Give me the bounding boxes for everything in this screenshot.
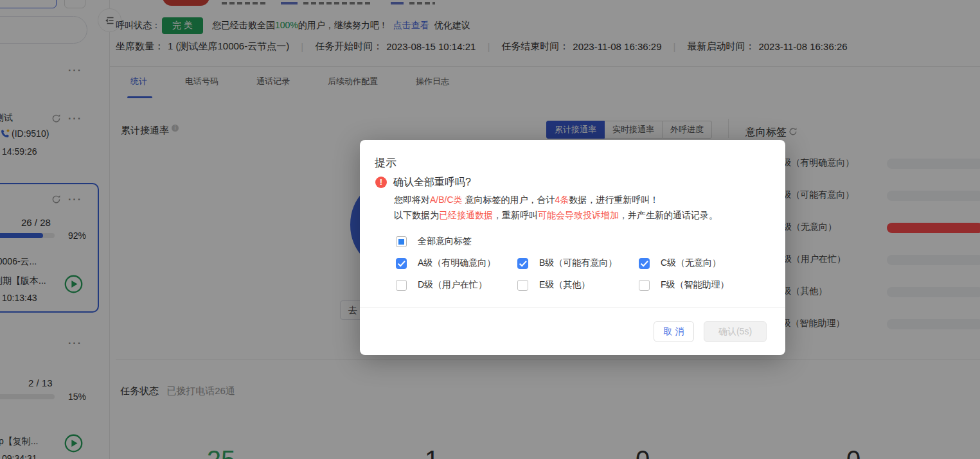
confirm-dialog: 提示 ! 确认全部重呼吗? 您即将对A/B/C类 意向标签的用户，合计4条数据，…	[360, 140, 785, 355]
checkbox-c-label: C级（无意向）	[661, 257, 721, 269]
checkbox-d-label: D级（用户在忙）	[418, 279, 487, 291]
checkbox-e-label: E级（其他）	[539, 279, 590, 291]
screen: 创建任务 ··· 测试 ··· (ID:9510) 14:59:26 ··· 2…	[0, 0, 980, 459]
dialog-line1: 您即将对A/B/C类 意向标签的用户，合计4条数据，进行重新呼叫！	[394, 195, 659, 206]
checkbox-indeterminate-icon[interactable]	[396, 236, 407, 247]
checkbox-e[interactable]: E级（其他）	[517, 279, 590, 291]
checkbox-b-label: B级（可能有意向）	[539, 257, 617, 269]
confirm-button[interactable]: 确认(5s)	[704, 321, 767, 342]
checkbox-a[interactable]: A级（有明确意向）	[396, 257, 495, 269]
checkbox-f[interactable]: F级（智能助理）	[639, 279, 729, 291]
checkbox-d[interactable]: D级（用户在忙）	[396, 279, 487, 291]
warning-icon: !	[375, 177, 387, 188]
checkbox-f-label: F级（智能助理）	[661, 279, 729, 291]
checkbox-unchecked-icon[interactable]	[639, 280, 650, 291]
dialog-footer-divider	[360, 307, 785, 308]
checkbox-unchecked-icon[interactable]	[517, 280, 528, 291]
checkbox-a-label: A级（有明确意向）	[418, 257, 495, 269]
dialog-title: 提示	[375, 155, 396, 170]
cancel-button[interactable]: 取 消	[654, 321, 694, 342]
checkbox-checked-icon[interactable]	[396, 258, 407, 269]
dialog-question: 确认全部重呼吗?	[393, 176, 471, 189]
checkbox-checked-icon[interactable]	[639, 258, 650, 269]
checkbox-b[interactable]: B级（可能有意向）	[517, 257, 617, 269]
checkbox-checked-icon[interactable]	[517, 258, 528, 269]
checkbox-all-label: 全部意向标签	[418, 236, 472, 247]
checkbox-all[interactable]: 全部意向标签	[396, 236, 472, 247]
dialog-line2: 以下数据为已经接通数据，重新呼叫可能会导致投诉增加，并产生新的通话记录。	[394, 210, 718, 221]
checkbox-unchecked-icon[interactable]	[396, 280, 407, 291]
checkbox-c[interactable]: C级（无意向）	[639, 257, 721, 269]
